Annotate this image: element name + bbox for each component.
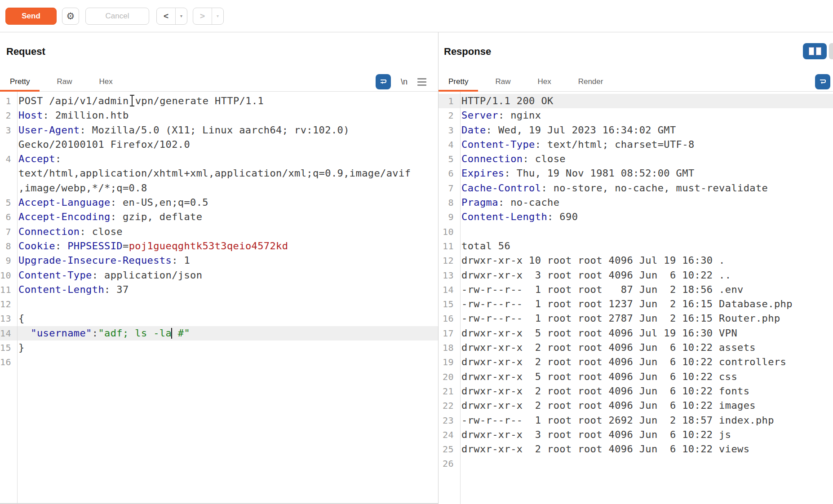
line-number: 9 bbox=[0, 253, 14, 268]
response-editor[interactable]: 1HTTP/1.1 200 OK2Server: nginx3Date: Wed… bbox=[439, 92, 833, 504]
line-number: 8 bbox=[0, 239, 14, 253]
line-number: 1 bbox=[439, 94, 457, 108]
request-tab-pretty[interactable]: Pretty bbox=[0, 72, 40, 91]
line-number: 16 bbox=[439, 311, 457, 326]
cancel-button[interactable]: Cancel bbox=[85, 8, 149, 25]
request-panel-header: Request bbox=[0, 32, 438, 72]
line-number: 12 bbox=[439, 253, 457, 268]
line-number: 15 bbox=[0, 340, 14, 355]
code-text: Accept-Language: en-US,en;q=0.5 bbox=[14, 195, 438, 210]
line-number: 6 bbox=[0, 210, 14, 224]
response-line-5: 5Connection: close bbox=[439, 152, 833, 166]
code-text: drwxr-xr-x 5 root root 4096 Jul 19 16:30… bbox=[457, 326, 833, 340]
response-tab-raw[interactable]: Raw bbox=[485, 72, 520, 91]
line-number bbox=[0, 166, 14, 181]
request-editor[interactable]: 1POST /api/v1/adminvpn/generate HTTP/1.1… bbox=[0, 92, 438, 503]
history-forward-button[interactable]: > ▾ bbox=[193, 8, 224, 25]
line-number: 21 bbox=[439, 384, 457, 398]
line-number: 24 bbox=[439, 428, 457, 442]
response-tabs: PrettyRawHexRender bbox=[439, 72, 833, 92]
word-wrap-icon[interactable] bbox=[815, 74, 830, 89]
response-line-20: 20drwxr-xr-x 5 root root 4096 Jun 6 10:2… bbox=[439, 370, 833, 384]
code-text bbox=[457, 456, 833, 471]
response-tab-render[interactable]: Render bbox=[568, 72, 613, 91]
request-editor-icons: \n bbox=[376, 72, 426, 92]
back-arrow-icon[interactable]: < bbox=[157, 8, 175, 24]
request-line-10: 10Content-Type: application/json bbox=[0, 268, 438, 283]
line-number bbox=[0, 181, 14, 195]
gear-icon[interactable]: ⚙ bbox=[62, 8, 79, 25]
word-wrap-icon[interactable] bbox=[376, 74, 391, 89]
line-number: 6 bbox=[439, 166, 457, 181]
back-dropdown-icon[interactable]: ▾ bbox=[175, 8, 187, 24]
code-text: Connection: close bbox=[457, 152, 833, 166]
request-tab-hex[interactable]: Hex bbox=[89, 72, 122, 91]
code-text: Gecko/20100101 Firefox/102.0 bbox=[14, 137, 438, 152]
code-text: Server: nginx bbox=[457, 108, 833, 123]
gutter-divider bbox=[17, 92, 18, 503]
code-text: -rw-r--r-- 1 root root 2692 Jun 2 18:57 … bbox=[457, 413, 833, 428]
clipped-button[interactable] bbox=[829, 43, 833, 59]
line-number: 11 bbox=[439, 239, 457, 253]
line-number: 10 bbox=[0, 268, 14, 283]
request-line-3: 3User-Agent: Mozilla/5.0 (X11; Linux aar… bbox=[0, 123, 438, 137]
response-line-15: 15-rw-r--r-- 1 root root 1237 Jun 2 16:1… bbox=[439, 297, 833, 311]
line-number: 14 bbox=[0, 326, 14, 340]
code-text: Pragma: no-cache bbox=[457, 195, 833, 210]
code-text: drwxr-xr-x 3 root root 4096 Jun 6 10:22 … bbox=[457, 428, 833, 442]
line-number: 18 bbox=[439, 340, 457, 355]
response-editor-icons bbox=[815, 72, 830, 92]
history-back-button[interactable]: < ▾ bbox=[156, 8, 187, 25]
split-view-icon[interactable] bbox=[803, 43, 827, 59]
request-line-7: 7Connection: close bbox=[0, 225, 438, 239]
code-text: -rw-r--r-- 1 root root 87 Jun 2 18:56 .e… bbox=[457, 283, 833, 297]
code-text: drwxr-xr-x 2 root root 4096 Jun 6 10:22 … bbox=[457, 442, 833, 456]
request-line-4: 4Accept: bbox=[0, 152, 438, 166]
request-line-wrap: text/html,application/xhtml+xml,applicat… bbox=[0, 166, 438, 181]
request-line-12: 12 bbox=[0, 297, 438, 311]
line-number: 11 bbox=[0, 283, 14, 297]
line-number: 5 bbox=[439, 152, 457, 166]
response-line-1: 1HTTP/1.1 200 OK bbox=[439, 94, 833, 108]
code-text: drwxr-xr-x 2 root root 4096 Jun 6 10:22 … bbox=[457, 355, 833, 369]
forward-arrow-icon[interactable]: > bbox=[193, 8, 212, 24]
line-number: 22 bbox=[439, 398, 457, 413]
code-text: drwxr-xr-x 2 root root 4096 Jun 6 10:22 … bbox=[457, 340, 833, 355]
code-text: Expires: Thu, 19 Nov 1981 08:52:00 GMT bbox=[457, 166, 833, 181]
menu-icon[interactable] bbox=[417, 78, 426, 86]
code-text: ,image/webp,*/*;q=0.8 bbox=[14, 181, 438, 195]
response-line-18: 18drwxr-xr-x 2 root root 4096 Jun 6 10:2… bbox=[439, 340, 833, 355]
code-text: Connection: close bbox=[14, 225, 438, 239]
line-number: 25 bbox=[439, 442, 457, 456]
response-line-12: 12drwxr-xr-x 10 root root 4096 Jul 19 16… bbox=[439, 253, 833, 268]
line-number: 7 bbox=[439, 181, 457, 195]
line-number: 13 bbox=[439, 268, 457, 283]
code-text: drwxr-xr-x 10 root root 4096 Jul 19 16:3… bbox=[457, 253, 833, 268]
line-number: 3 bbox=[439, 123, 457, 137]
line-number: 2 bbox=[439, 108, 457, 123]
code-text: Content-Length: 690 bbox=[457, 210, 833, 224]
send-button[interactable]: Send bbox=[5, 8, 57, 25]
code-text: Content-Type: application/json bbox=[14, 268, 438, 283]
code-text bbox=[14, 297, 438, 311]
code-text: text/html,application/xhtml+xml,applicat… bbox=[14, 166, 438, 181]
request-line-wrap: ,image/webp,*/*;q=0.8 bbox=[0, 181, 438, 195]
line-number: 7 bbox=[0, 225, 14, 239]
request-tabs: PrettyRawHex \n bbox=[0, 72, 438, 92]
request-line-1: 1POST /api/v1/adminvpn/generate HTTP/1.1 bbox=[0, 94, 438, 108]
newline-toggle-icon[interactable]: \n bbox=[401, 77, 408, 87]
response-line-14: 14-rw-r--r-- 1 root root 87 Jun 2 18:56 … bbox=[439, 283, 833, 297]
response-tab-hex[interactable]: Hex bbox=[527, 72, 561, 91]
forward-dropdown-icon[interactable]: ▾ bbox=[212, 8, 223, 24]
line-number: 4 bbox=[0, 152, 14, 166]
response-tab-pretty[interactable]: Pretty bbox=[439, 72, 478, 91]
code-text: drwxr-xr-x 5 root root 4096 Jun 6 10:22 … bbox=[457, 370, 833, 384]
line-number: 4 bbox=[439, 137, 457, 152]
line-number: 1 bbox=[0, 94, 14, 108]
request-line-6: 6Accept-Encoding: gzip, deflate bbox=[0, 210, 438, 224]
line-number: 20 bbox=[439, 370, 457, 384]
request-tab-raw[interactable]: Raw bbox=[47, 72, 82, 91]
response-line-2: 2Server: nginx bbox=[439, 108, 833, 123]
line-number: 15 bbox=[439, 297, 457, 311]
response-line-26: 26 bbox=[439, 456, 833, 471]
